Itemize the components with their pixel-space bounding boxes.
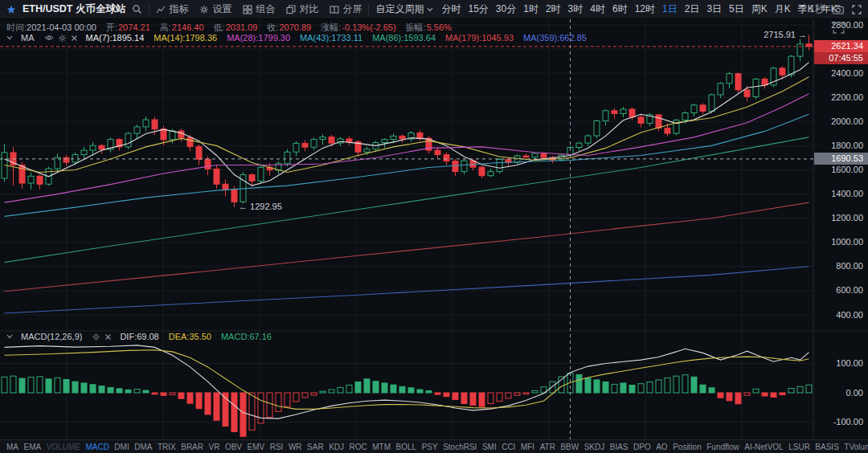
macd-hist-bar[interactable] (338, 387, 343, 393)
candle-body[interactable] (346, 139, 352, 142)
indicator-tab-MACD[interactable]: MACD (85, 443, 108, 451)
candle-body[interactable] (709, 95, 714, 111)
macd-hist-bar[interactable] (780, 393, 785, 395)
indicator-tab-SMI[interactable]: SMI (482, 443, 497, 451)
candle-body[interactable] (81, 150, 87, 154)
macd-hist-bar[interactable] (638, 384, 644, 393)
macd-hist-bar[interactable] (329, 390, 334, 393)
candle-body[interactable] (461, 161, 467, 172)
candle-body[interactable] (452, 161, 458, 172)
indicator-tab-EMA[interactable]: EMA (24, 443, 42, 451)
indicator-tab-VR[interactable]: VR (209, 443, 220, 451)
indicator-tab-BBW[interactable]: BBW (560, 443, 579, 451)
macd-hist-bar[interactable] (143, 390, 149, 393)
indicator-tab-AI-NetVOL[interactable]: AI-NetVOL (744, 443, 783, 451)
candle-body[interactable] (161, 129, 166, 140)
indicator-tab-CCI[interactable]: CCI (502, 443, 515, 451)
candle-body[interactable] (293, 143, 299, 152)
macd-hist-bar[interactable] (117, 389, 122, 393)
macd-hist-bar[interactable] (391, 385, 396, 393)
macd-hist-bar[interactable] (514, 393, 520, 395)
macd-hist-bar[interactable] (81, 383, 87, 393)
candle-body[interactable] (488, 172, 493, 176)
candle-body[interactable] (399, 136, 405, 139)
candle-body[interactable] (28, 176, 34, 183)
indicator-tab-ATR[interactable]: ATR (540, 443, 555, 451)
macd-hist-bar[interactable] (276, 393, 281, 411)
macd-hist-bar[interactable] (762, 393, 768, 396)
macd-hist-bar[interactable] (373, 382, 379, 393)
macd-hist-bar[interactable] (497, 393, 502, 402)
period-option-2[interactable]: 30分 (496, 2, 516, 16)
macd-hist-bar[interactable] (240, 393, 246, 436)
macd-hist-bar[interactable] (674, 376, 679, 393)
macd-hist-bar[interactable] (656, 380, 661, 393)
period-option-13[interactable]: 周K (751, 2, 768, 16)
indicator-tab-WR[interactable]: WR (289, 443, 302, 451)
macd-hist-bar[interactable] (594, 380, 600, 393)
indicator-tab-LSUR[interactable]: LSUR (788, 443, 810, 451)
macd-hist-bar[interactable] (426, 390, 432, 393)
visibility-eye-icon[interactable] (44, 34, 54, 42)
macd-hist-bar[interactable] (205, 393, 211, 414)
candle-body[interactable] (329, 137, 334, 144)
macd-hist-bar[interactable] (682, 375, 688, 393)
candle-body[interactable] (223, 184, 228, 190)
indicator-tab-SAR[interactable]: SAR (307, 443, 324, 451)
candle-body[interactable] (214, 169, 219, 184)
indicator-tab-ROC[interactable]: ROC (350, 443, 367, 451)
period-option-8[interactable]: 12时 (635, 2, 655, 16)
candle-body[interactable] (196, 147, 202, 160)
pane-restore-icon[interactable] (833, 22, 845, 34)
indicator-tab-KDJ[interactable]: KDJ (329, 443, 344, 451)
macd-hist-bar[interactable] (382, 383, 387, 393)
macd-hist-bar[interactable] (735, 393, 741, 404)
refresh-interval-label[interactable]: 1秒 (809, 2, 825, 16)
candle-body[interactable] (691, 105, 697, 113)
macd-hist-bar[interactable] (249, 393, 255, 430)
indicator-tab-Position[interactable]: Position (673, 443, 702, 451)
candle-body[interactable] (620, 109, 626, 113)
macd-hist-bar[interactable] (585, 378, 591, 393)
indicator-tab-MA[interactable]: MA (6, 443, 18, 451)
macd-hist-bar[interactable] (771, 393, 776, 397)
period-option-11[interactable]: 3日 (706, 2, 722, 16)
candle-body[interactable] (576, 143, 582, 147)
macd-hist-bar[interactable] (2, 377, 7, 393)
macd-hist-bar[interactable] (488, 393, 493, 404)
candle-body[interactable] (444, 155, 449, 161)
macd-hist-bar[interactable] (408, 388, 414, 393)
candle-body[interactable] (497, 160, 502, 172)
indicator-tab-StochRSI[interactable]: StochRSI (443, 443, 477, 451)
period-option-12[interactable]: 5日 (729, 2, 744, 16)
macd-hist-bar[interactable] (28, 378, 34, 393)
candle-body[interactable] (187, 137, 193, 146)
macd-hist-bar[interactable] (320, 391, 326, 393)
candle-body[interactable] (417, 133, 423, 138)
candle-body[interactable] (744, 90, 750, 96)
macd-hist-bar[interactable] (364, 379, 370, 393)
macd-hist-bar[interactable] (63, 380, 69, 393)
macd-hist-bar[interactable] (99, 386, 104, 393)
topbar-menu-portfolio[interactable]: 组合 (243, 2, 275, 16)
macd-hist-bar[interactable] (161, 393, 166, 395)
candle-body[interactable] (285, 152, 290, 163)
macd-hist-bar[interactable] (461, 393, 467, 404)
macd-hist-bar[interactable] (72, 382, 78, 393)
topbar-menu-split[interactable]: 分屏 (330, 2, 362, 16)
indicator-tab-DPO[interactable]: DPO (633, 443, 651, 451)
macd-hist-bar[interactable] (10, 376, 16, 393)
candle-body[interactable] (612, 111, 617, 114)
macd-hist-bar[interactable] (346, 386, 352, 393)
period-option-6[interactable]: 4时 (590, 2, 605, 16)
indicator-settings-gear-icon[interactable] (92, 333, 100, 341)
macd-hist-bar[interactable] (603, 382, 608, 393)
candle-body[interactable] (665, 128, 670, 133)
indicator-tab-BASIS[interactable]: BASIS (815, 443, 838, 451)
macd-hist-bar[interactable] (311, 393, 317, 395)
indicator-tab-OBV[interactable]: OBV (225, 443, 242, 451)
macd-hist-bar[interactable] (718, 393, 723, 398)
indicator-tab-SKDJ[interactable]: SKDJ (584, 443, 605, 451)
candle-body[interactable] (735, 74, 741, 90)
candle-body[interactable] (19, 165, 25, 183)
